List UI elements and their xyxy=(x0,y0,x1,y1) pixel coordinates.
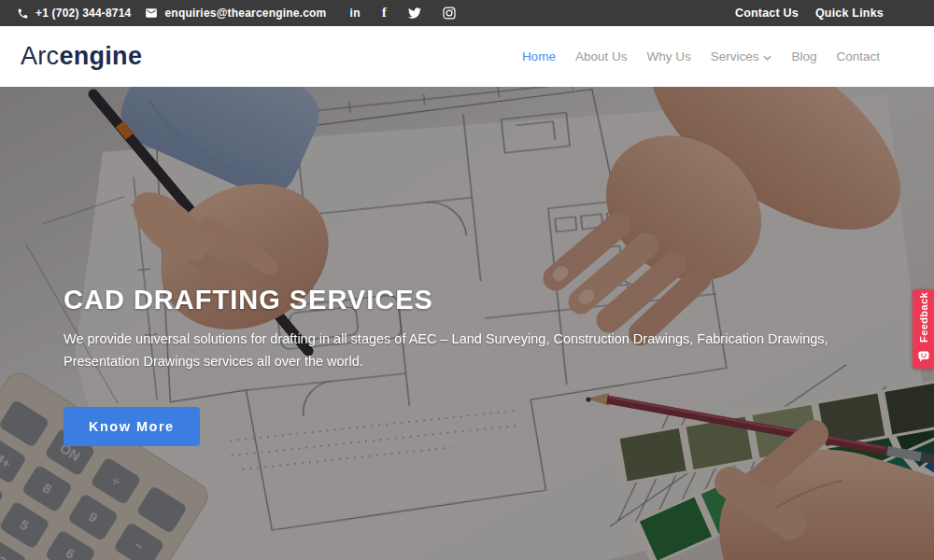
phone-icon xyxy=(17,7,29,20)
feedback-label: Feedback xyxy=(918,292,929,343)
feedback-tab[interactable]: Feedback xyxy=(913,289,934,369)
email-link[interactable]: enquiries@thearcengine.com xyxy=(145,7,326,20)
instagram-icon[interactable] xyxy=(443,7,456,20)
nav-item-contact[interactable]: Contact xyxy=(836,49,880,63)
nav-item-blog[interactable]: Blog xyxy=(791,49,816,63)
topbar-contact-group: +1 (702) 344-8714 enquiries@thearcengine… xyxy=(17,6,456,21)
topbar-quick-group: Contact Us Quick Links xyxy=(735,7,934,20)
logo-prefix: Arc xyxy=(21,42,59,70)
chevron-down-icon xyxy=(763,49,771,63)
hero-description: We provide universal solutions for draft… xyxy=(64,329,831,373)
logo[interactable]: Arcengine xyxy=(21,42,142,71)
quick-links-link[interactable]: Quick Links xyxy=(815,7,884,20)
hero-heading: CAD DRAFTING SERVICES xyxy=(64,285,831,315)
nav-item-about-us[interactable]: About Us xyxy=(575,49,628,63)
phone-number: +1 (702) 344-8714 xyxy=(35,7,131,20)
facebook-icon[interactable]: f xyxy=(382,6,387,21)
linkedin-icon[interactable]: in xyxy=(349,7,361,20)
site-header: Arcengine Home About Us Why Us Services … xyxy=(0,26,934,87)
main-nav: Home About Us Why Us Services Blog Conta… xyxy=(522,49,880,63)
nav-item-home[interactable]: Home xyxy=(522,49,556,63)
twitter-icon[interactable] xyxy=(408,7,421,20)
topbar: +1 (702) 344-8714 enquiries@thearcengine… xyxy=(0,0,934,26)
nav-services-label: Services xyxy=(711,49,759,63)
social-links: in f xyxy=(349,6,456,21)
logo-suffix: engine xyxy=(59,42,142,70)
envelope-icon xyxy=(145,7,158,20)
email-address: enquiries@thearcengine.com xyxy=(164,7,326,20)
contact-us-link[interactable]: Contact Us xyxy=(735,7,799,20)
nav-item-services[interactable]: Services xyxy=(711,49,772,63)
nav-item-why-us[interactable]: Why Us xyxy=(646,49,690,63)
hero-content: CAD DRAFTING SERVICES We provide univers… xyxy=(64,285,831,446)
hero-section: ON ÷ M+ 8 9 − 5 6 + 2 3 = . xyxy=(0,87,934,560)
feedback-smiley-icon xyxy=(918,349,929,366)
phone-link[interactable]: +1 (702) 344-8714 xyxy=(17,7,131,20)
know-more-button[interactable]: Know More xyxy=(64,407,200,446)
